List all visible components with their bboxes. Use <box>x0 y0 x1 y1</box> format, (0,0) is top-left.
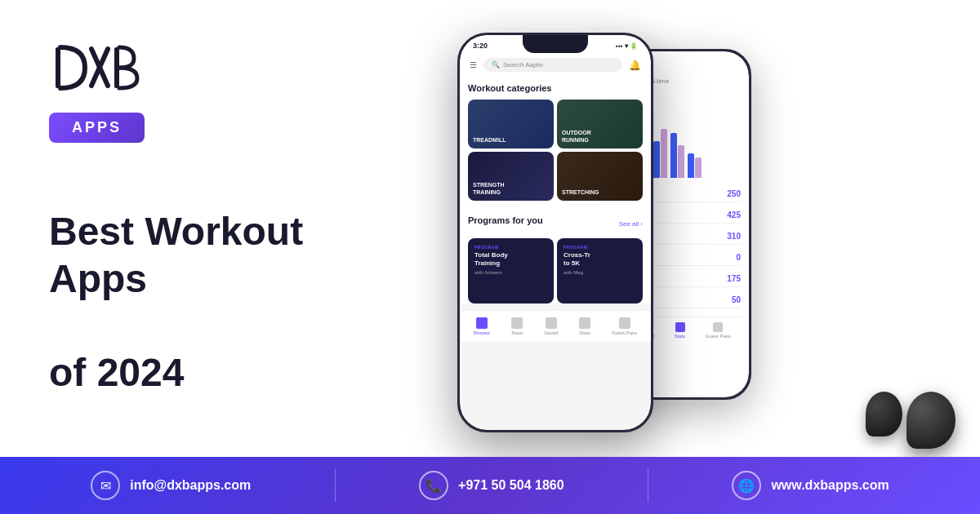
nav-browse[interactable]: Browse <box>474 317 490 335</box>
search-input-mock[interactable]: 🔍 Search Aaptiv <box>483 58 622 72</box>
phone-workout-categories: Workout categories TREADMILL OUTDOORRUNN… <box>460 77 651 215</box>
earbuds <box>866 367 964 449</box>
svg-rect-0 <box>56 47 60 88</box>
program-card-total-body[interactable]: PROGRAM Total BodyTraining with Ackeem <box>468 238 554 304</box>
workout-card-treadmill[interactable]: TREADMILL <box>468 100 554 148</box>
main-container: APPS Best Workout Apps of 2024 Calories … <box>0 0 980 473</box>
nav-saved[interactable]: Saved <box>544 317 558 335</box>
workout-grid: TREADMILL OUTDOORRUNNING STRENGTHTRAININ… <box>468 100 643 201</box>
status-icons: ▪▪▪ ▾ 🔋 <box>616 42 638 50</box>
headline: Best Workout Apps of 2024 <box>49 208 343 396</box>
nav-stats[interactable]: Stats <box>579 317 590 335</box>
contact-phone: 📞 +971 50 504 1860 <box>419 471 564 500</box>
phone-text: +971 50 504 1860 <box>458 478 564 493</box>
status-time: 3:20 <box>473 42 488 50</box>
phone-bottom-nav: Browse Team Saved Stats <box>460 310 651 342</box>
headline-line1: Best Workout Apps <box>49 208 343 302</box>
footer-bar: ✉ info@dxbapps.com 📞 +971 50 504 1860 🌐 … <box>0 457 980 514</box>
earbud-right <box>906 392 956 449</box>
programs-title: Programs for you <box>468 215 543 225</box>
workout-card-strength[interactable]: STRENGTHTRAINING <box>468 152 554 201</box>
nav-team[interactable]: Team <box>511 317 523 335</box>
phone-screen: 3:20 ▪▪▪ ▾ 🔋 ☰ 🔍 Search Aaptiv 🔔 Workout… <box>460 35 651 430</box>
workout-categories-title: Workout categories <box>468 83 643 93</box>
bell-icon[interactable]: 🔔 <box>629 60 641 71</box>
earbud-left <box>866 392 902 436</box>
email-text: info@dxbapps.com <box>130 478 251 493</box>
phone-search-bar: ☰ 🔍 Search Aaptiv 🔔 <box>460 53 651 77</box>
phone-main: 3:20 ▪▪▪ ▾ 🔋 ☰ 🔍 Search Aaptiv 🔔 Workout… <box>457 33 653 432</box>
see-all-button[interactable]: See all › <box>619 220 643 228</box>
footer-divider-2 <box>648 469 648 502</box>
nav-guest-pass[interactable]: Guest Pass <box>612 317 637 335</box>
program-cards: PROGRAM Total BodyTraining with Ackeem P… <box>468 238 643 304</box>
logo-area: APPS <box>49 41 343 143</box>
workout-card-stretching[interactable]: STRETCHING <box>557 152 643 201</box>
programs-header: Programs for you See all › <box>468 215 643 232</box>
program-card-cross-train[interactable]: PROGRAM Cross-Trto 5K with Meg <box>557 238 643 304</box>
contact-email: ✉ info@dxbapps.com <box>91 471 251 500</box>
left-section: APPS Best Workout Apps of 2024 <box>0 0 392 473</box>
email-icon: ✉ <box>91 471 120 500</box>
dxb-logo <box>49 41 147 106</box>
right-section: Calories By Month All-time <box>392 0 980 473</box>
footer-divider-1 <box>335 469 336 502</box>
programs-section: Programs for you See all › PROGRAM Total… <box>460 215 651 304</box>
phone-notch <box>523 35 588 53</box>
website-text: www.dxbapps.com <box>771 478 889 493</box>
headline-line2: of 2024 <box>49 349 343 397</box>
phone-icon: 📞 <box>419 471 448 500</box>
apps-badge: APPS <box>49 113 145 143</box>
contact-website: 🌐 www.dxbapps.com <box>732 471 889 500</box>
workout-card-outdoor[interactable]: OUTDOORRUNNING <box>557 100 643 148</box>
menu-icon[interactable]: ☰ <box>470 60 477 69</box>
globe-icon: 🌐 <box>732 471 761 500</box>
